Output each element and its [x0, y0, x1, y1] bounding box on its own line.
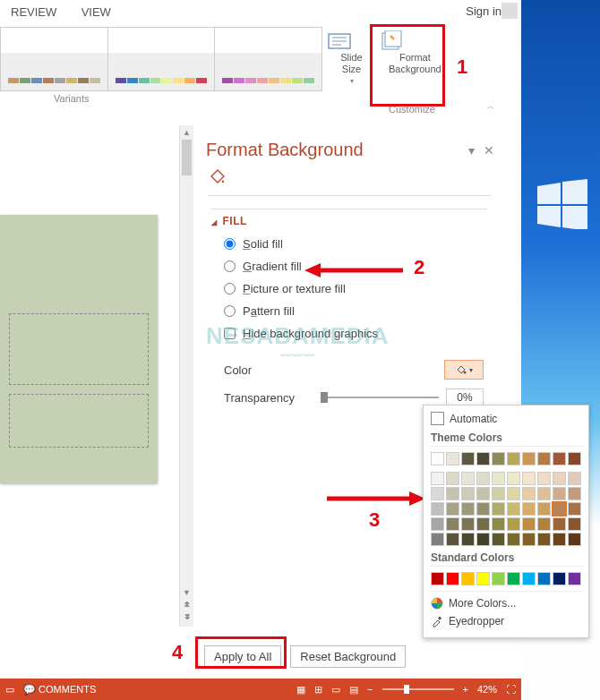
zoom-slider[interactable]	[382, 688, 454, 690]
tab-view[interactable]: VIEW	[71, 0, 122, 24]
zoom-thumb[interactable]	[404, 685, 409, 694]
picture-fill-option[interactable]: Picture or texture fill	[211, 277, 487, 300]
sorter-view-icon[interactable]: ⊞	[314, 684, 322, 696]
normal-view-icon[interactable]: ▦	[296, 684, 305, 696]
color-swatch[interactable]	[507, 517, 520, 531]
zoom-out-icon[interactable]: −	[367, 684, 373, 695]
color-swatch[interactable]	[507, 533, 520, 546]
pane-close-icon[interactable]: ✕	[484, 143, 494, 158]
color-swatch[interactable]	[461, 472, 475, 485]
color-swatch[interactable]	[553, 572, 566, 585]
color-swatch[interactable]	[537, 502, 551, 516]
color-swatch[interactable]	[431, 502, 444, 516]
color-swatch[interactable]	[446, 472, 459, 485]
fill-bucket-icon[interactable]	[208, 167, 227, 187]
color-swatch[interactable]	[476, 533, 490, 546]
subtitle-placeholder[interactable]	[9, 394, 149, 448]
color-swatch[interactable]	[476, 572, 490, 585]
gradient-fill-option[interactable]: Gradient fill	[211, 255, 487, 277]
color-swatch[interactable]	[476, 452, 490, 465]
color-swatch[interactable]	[553, 452, 566, 465]
color-swatch[interactable]	[461, 452, 475, 465]
color-swatch[interactable]	[537, 572, 551, 585]
color-swatch[interactable]	[492, 487, 505, 500]
color-swatch[interactable]	[553, 517, 566, 531]
color-swatch[interactable]	[461, 533, 475, 546]
color-swatch[interactable]	[522, 502, 536, 516]
color-swatch[interactable]	[568, 533, 581, 546]
color-swatch[interactable]	[568, 472, 581, 485]
color-swatch[interactable]	[537, 452, 551, 465]
color-swatch[interactable]	[461, 502, 475, 516]
fill-section-header[interactable]: FILL	[211, 209, 487, 233]
color-swatch[interactable]	[446, 572, 459, 585]
format-background-button[interactable]: Format Background	[379, 27, 450, 75]
color-swatch[interactable]	[553, 533, 566, 546]
color-swatch[interactable]	[476, 502, 490, 516]
color-swatch[interactable]	[568, 487, 581, 500]
color-swatch[interactable]	[446, 502, 459, 516]
color-swatch[interactable]	[568, 572, 581, 585]
pane-options-icon[interactable]: ▾	[468, 143, 475, 158]
color-swatch[interactable]	[492, 572, 505, 585]
color-swatch[interactable]	[461, 517, 475, 531]
color-swatch[interactable]	[431, 487, 444, 500]
avatar[interactable]	[501, 3, 518, 19]
color-swatch[interactable]	[553, 472, 566, 485]
color-swatch[interactable]	[522, 452, 536, 465]
color-swatch[interactable]	[461, 572, 475, 585]
color-swatch[interactable]	[537, 517, 551, 531]
transparency-slider[interactable]	[321, 397, 439, 398]
vertical-scrollbar[interactable]: ▲ ▼ ⯭ ⯯	[179, 125, 193, 627]
color-swatch[interactable]	[522, 487, 536, 500]
eyedropper-option[interactable]: Eyedropper	[429, 612, 583, 630]
slide-canvas[interactable]	[0, 215, 158, 483]
color-swatch[interactable]	[446, 487, 459, 500]
tab-review[interactable]: REVIEW	[0, 0, 67, 24]
pattern-fill-radio[interactable]	[224, 305, 236, 317]
color-swatch[interactable]	[476, 487, 490, 500]
solid-fill-radio[interactable]	[224, 238, 236, 250]
color-swatch[interactable]	[537, 487, 551, 500]
color-swatch[interactable]	[507, 452, 520, 465]
color-swatch[interactable]	[522, 517, 536, 531]
sign-in-link[interactable]: Sign in	[466, 4, 501, 18]
color-swatch[interactable]	[431, 517, 444, 531]
solid-fill-option[interactable]: Solid fill	[211, 233, 487, 255]
color-swatch[interactable]	[522, 572, 536, 585]
color-swatch[interactable]	[446, 452, 459, 465]
scroll-up-icon[interactable]: ▲	[180, 125, 193, 140]
color-swatch[interactable]	[492, 452, 505, 465]
collapse-ribbon-icon[interactable]: ︿	[486, 100, 495, 113]
color-swatch[interactable]	[461, 487, 475, 500]
color-swatch[interactable]	[507, 572, 520, 585]
color-swatch[interactable]	[507, 487, 520, 500]
color-swatch[interactable]	[431, 572, 444, 585]
color-swatch[interactable]	[492, 517, 505, 531]
reset-background-button[interactable]: Reset Background	[290, 645, 406, 668]
variant-2[interactable]	[108, 28, 216, 90]
scroll-thumb[interactable]	[182, 140, 192, 175]
color-swatch[interactable]	[446, 517, 459, 531]
color-swatch[interactable]	[522, 472, 536, 485]
color-swatch[interactable]	[568, 502, 581, 516]
color-swatch[interactable]	[522, 533, 536, 546]
title-placeholder[interactable]	[9, 313, 149, 385]
variant-1[interactable]	[1, 28, 108, 90]
notes-button[interactable]: ▭	[5, 684, 14, 696]
hide-bg-graphics-checkbox[interactable]	[224, 328, 236, 339]
color-swatch[interactable]	[568, 517, 581, 531]
automatic-color-option[interactable]: Automatic	[429, 409, 583, 428]
color-swatch[interactable]	[507, 502, 520, 516]
next-slide-icon[interactable]: ⯯	[180, 610, 193, 625]
more-colors-option[interactable]: More Colors...	[429, 591, 583, 612]
hide-bg-graphics-option[interactable]: Hide background graphics	[211, 322, 487, 345]
zoom-value[interactable]: 42%	[477, 684, 497, 695]
variant-3[interactable]	[215, 28, 321, 90]
slide-size-button[interactable]: Slide Size ▾	[327, 27, 376, 87]
fill-color-button[interactable]: ▾	[444, 360, 484, 380]
apply-to-all-button[interactable]: Apply to All	[204, 645, 281, 668]
color-swatch[interactable]	[553, 502, 566, 516]
zoom-in-icon[interactable]: +	[463, 684, 468, 695]
color-swatch[interactable]	[476, 517, 490, 531]
